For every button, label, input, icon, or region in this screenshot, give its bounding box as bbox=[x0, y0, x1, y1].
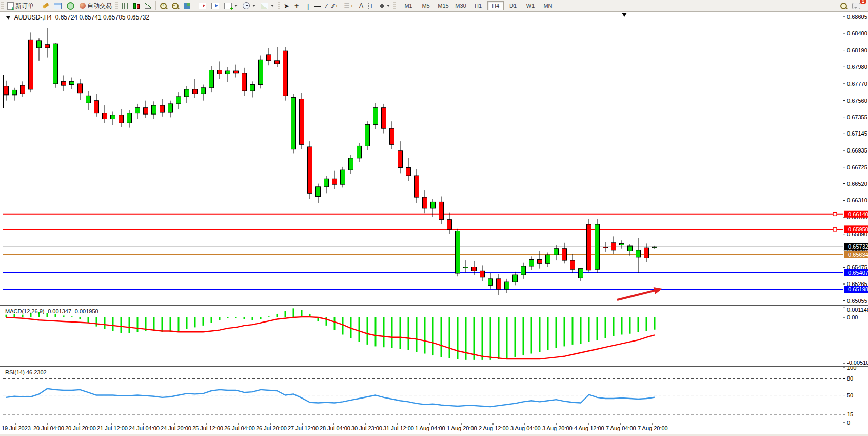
text-label-button[interactable]: T bbox=[366, 0, 377, 11]
hline-handle[interactable] bbox=[833, 212, 837, 216]
equidistant-channel-icon: ∕∕ bbox=[332, 3, 334, 9]
toolbar-grip[interactable] bbox=[393, 2, 396, 10]
zoom-in-icon: + bbox=[160, 3, 167, 9]
timeframe-m30[interactable]: M30 bbox=[452, 1, 469, 10]
auto-scroll-button[interactable] bbox=[209, 0, 222, 11]
tile-windows-button[interactable] bbox=[181, 0, 192, 11]
toolbar-grip[interactable] bbox=[115, 2, 118, 10]
rsi-indicator-label: RSI(14) 46.2302 bbox=[5, 369, 47, 375]
new-chart-button[interactable] bbox=[51, 0, 64, 11]
macd-indicator-label: MACD(12,26,9) -0.001347 -0.001950 bbox=[5, 308, 98, 314]
price-chart[interactable]: 0.686050.684000.681900.679800.677700.675… bbox=[0, 0, 868, 436]
new-order-button[interactable]: + 新订单 bbox=[5, 0, 36, 11]
candle-up bbox=[521, 266, 526, 275]
candle-up bbox=[464, 267, 468, 268]
candle-down bbox=[423, 197, 427, 208]
price-axis-label: 0.67355 bbox=[847, 114, 867, 120]
timeframe-mn[interactable]: MN bbox=[540, 1, 556, 10]
candle-up bbox=[291, 97, 296, 149]
caret-down-icon bbox=[234, 5, 238, 7]
mt4-window: 0.686050.684000.681900.679800.677700.675… bbox=[0, 0, 868, 436]
candle-up bbox=[505, 282, 509, 289]
candle-up bbox=[595, 224, 600, 269]
price-axis-label: 0.68400 bbox=[847, 30, 867, 36]
timeframe-d1[interactable]: D1 bbox=[505, 1, 521, 10]
candle-down bbox=[390, 128, 394, 144]
crosshair-button[interactable]: + bbox=[292, 0, 301, 11]
candle-down bbox=[45, 45, 50, 48]
cursor-button[interactable]: ➤ bbox=[281, 0, 292, 11]
fibonacci-button[interactable]: ☰F bbox=[341, 0, 357, 11]
line-chart-button[interactable] bbox=[142, 0, 154, 11]
toolbar-grip[interactable] bbox=[1, 2, 4, 10]
autotrade-button[interactable]: 自动交易 bbox=[77, 0, 114, 11]
candle-up bbox=[168, 104, 173, 112]
chart-canvas[interactable]: 0.686050.684000.681900.679800.677700.675… bbox=[0, 0, 868, 436]
macd-axis-label: 0.001148 bbox=[847, 307, 868, 313]
time-axis-label: 3 Aug 20:00 bbox=[542, 425, 573, 431]
indicators-button[interactable]: + bbox=[222, 0, 240, 11]
toolbar-grip[interactable] bbox=[278, 2, 280, 10]
price-axis-label: 0.67560 bbox=[847, 98, 867, 104]
chart-menu-triangle-icon[interactable] bbox=[6, 16, 10, 20]
candle-up bbox=[357, 146, 362, 158]
candle-up bbox=[86, 96, 91, 103]
candle-down bbox=[382, 108, 386, 128]
time-axis-label: 24 Jul 20:00 bbox=[161, 425, 191, 431]
candle-up bbox=[513, 275, 518, 282]
periods-button[interactable] bbox=[240, 0, 258, 11]
chart-shift-button[interactable] bbox=[196, 0, 209, 11]
search-button[interactable] bbox=[838, 0, 850, 11]
candle-down bbox=[94, 101, 99, 113]
text-label-icon: T bbox=[368, 3, 374, 9]
candle-down bbox=[4, 86, 9, 95]
caret-down-icon bbox=[252, 5, 255, 7]
candle-up bbox=[373, 108, 378, 125]
candle-up bbox=[488, 279, 493, 285]
search-icon bbox=[840, 3, 847, 9]
chat-button[interactable]: 1 bbox=[850, 0, 863, 11]
timeframe-m15[interactable]: M15 bbox=[435, 1, 451, 10]
hline-handle[interactable] bbox=[833, 228, 837, 231]
notification-badge: 1 bbox=[860, 0, 866, 4]
candle-up bbox=[12, 90, 17, 94]
candle-up bbox=[37, 41, 42, 48]
candle-down bbox=[160, 105, 165, 112]
time-axis-label: 26 Jul 04:00 bbox=[224, 425, 255, 431]
cursor-arrow-icon: ➤ bbox=[284, 3, 289, 9]
styler-button[interactable] bbox=[40, 0, 51, 11]
price-axis-label: 0.67980 bbox=[847, 64, 867, 70]
trendline-button[interactable]: ∕ bbox=[323, 0, 329, 11]
rsi-axis-label: 80 bbox=[847, 375, 853, 382]
timeframe-h1[interactable]: H1 bbox=[470, 1, 486, 10]
chat-bubble-icon bbox=[852, 3, 860, 9]
zoom-out-button[interactable]: - bbox=[169, 0, 181, 11]
timeframe-m1[interactable]: M1 bbox=[400, 1, 417, 10]
bar-chart-button[interactable] bbox=[119, 0, 131, 11]
text-button[interactable]: A bbox=[357, 0, 366, 11]
candle-down bbox=[472, 267, 477, 271]
candle-up bbox=[529, 260, 534, 266]
candle-down bbox=[218, 70, 222, 74]
new-order-label: 新订单 bbox=[15, 2, 34, 10]
candle-chart-button[interactable] bbox=[131, 0, 142, 11]
channel-button[interactable]: ∕∕E bbox=[330, 0, 342, 11]
bar-chart-icon bbox=[122, 3, 128, 9]
new-order-icon: + bbox=[7, 2, 14, 10]
chart-background[interactable] bbox=[0, 11, 868, 434]
timeframe-w1[interactable]: W1 bbox=[522, 1, 539, 10]
templates-button[interactable] bbox=[258, 0, 277, 11]
horizontal-line-button[interactable]: — bbox=[311, 0, 323, 11]
arrows-button[interactable] bbox=[377, 0, 392, 11]
candle-down bbox=[78, 84, 83, 93]
signals-button[interactable] bbox=[64, 0, 77, 11]
candle-up bbox=[111, 115, 115, 119]
timeframe-h4[interactable]: H4 bbox=[487, 1, 504, 10]
candle-up bbox=[259, 60, 263, 84]
vertical-line-button[interactable]: | bbox=[305, 0, 311, 11]
timeframe-m5[interactable]: M5 bbox=[418, 1, 434, 10]
candle-up bbox=[341, 170, 345, 184]
candle-up bbox=[127, 113, 132, 123]
zoom-in-button[interactable]: + bbox=[157, 0, 169, 11]
candle-down bbox=[267, 55, 271, 61]
